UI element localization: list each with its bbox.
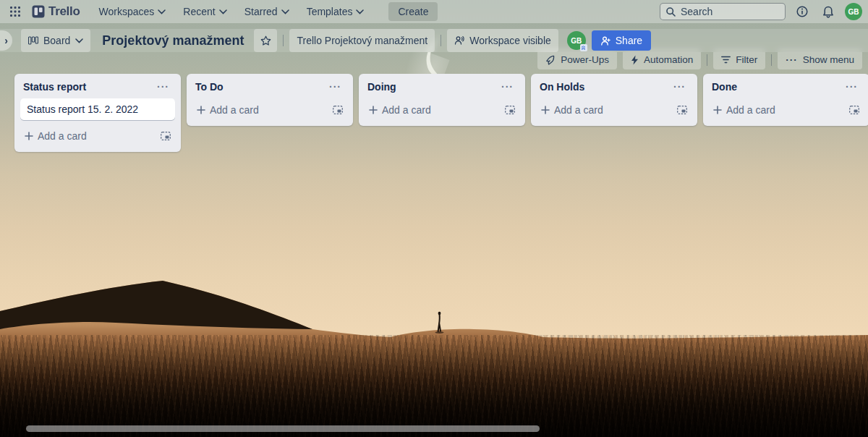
share-label: Share [616,35,642,46]
filter-button[interactable]: Filter [713,50,765,69]
add-card-label: Add a card [554,104,603,116]
template-icon [161,132,171,140]
board-view-label: Board [43,35,70,46]
chevron-down-icon [219,9,227,14]
list-doing: Doing ··· Add a card [359,74,525,126]
member-initials: GB [571,37,582,45]
member-admin-badge-icon [580,44,587,51]
search-box[interactable] [660,3,786,20]
divider [771,54,772,66]
add-card-button[interactable]: Add a card [365,100,501,120]
search-icon [666,7,676,17]
power-ups-button[interactable]: Power-Ups [537,50,617,69]
list-menu-button[interactable]: ··· [154,83,172,90]
visibility-button[interactable]: Workspace visible [447,29,558,52]
topbar-right-group: GB [660,2,862,21]
nav-templates[interactable]: Templates [301,2,370,21]
horizontal-scrollbar-thumb[interactable] [26,425,540,432]
brand-name: Trello [48,4,80,19]
list-menu-button[interactable]: ··· [326,83,344,90]
list-on-holds: On Holds ··· Add a card [531,74,697,126]
nav-templates-label: Templates [307,6,353,17]
card-status-report[interactable]: Status report 15. 2. 2022 [20,98,175,120]
trello-logo[interactable]: Trello [32,4,80,19]
add-card-button[interactable]: Add a card [20,126,156,146]
list-done: Done ··· Add a card [703,74,868,126]
list-status-report: Status report ··· Status report 15. 2. 2… [14,74,181,152]
sidebar-expand-button[interactable]: › [0,30,12,51]
chevron-down-icon [158,9,166,14]
list-title: Doing [367,81,396,93]
chevron-down-icon [356,9,364,14]
add-card-label: Add a card [210,104,259,116]
plus-icon [713,106,722,114]
create-from-template-button[interactable] [501,101,519,119]
list-title: To Do [195,81,224,93]
workspace-name-button[interactable]: Trello Projektový manažment [289,29,435,52]
list-menu-button[interactable]: ··· [843,83,861,90]
app-grid-icon [10,7,20,17]
board-view-icon [28,36,38,45]
search-input[interactable] [681,6,767,17]
template-icon [677,106,687,114]
info-icon [796,6,808,17]
board-member-avatar[interactable]: GB [567,31,586,50]
board-title[interactable]: Projektový manažment [102,33,244,48]
list-title: Done [712,81,737,93]
chevron-down-icon [281,9,289,14]
add-card-button[interactable]: Add a card [192,100,328,120]
create-from-template-button[interactable] [328,101,347,119]
filter-label: Filter [736,54,757,65]
star-board-button[interactable] [254,29,277,52]
automation-label: Automation [644,54,693,65]
top-navigation-bar: Trello Workspaces Recent Starred Templat… [0,0,868,23]
app-switcher-button[interactable] [6,2,25,21]
workspace-members-icon [454,35,464,46]
add-card-label: Add a card [38,130,87,142]
add-card-label: Add a card [382,104,431,116]
create-from-template-button[interactable] [845,101,864,119]
divider [707,54,707,66]
ellipsis-icon: ··· [786,54,798,65]
nav-workspaces[interactable]: Workspaces [93,2,172,21]
divider [441,35,441,46]
rocket-icon [545,55,556,65]
bell-icon [822,6,834,18]
plus-icon [369,106,378,114]
board-action-row: Power-Ups Automation Filter ··· Show men… [537,50,862,69]
divider [283,35,284,46]
star-icon [260,35,271,46]
create-from-template-button[interactable] [156,127,175,145]
list-title: On Holds [540,81,584,93]
nav-starred[interactable]: Starred [239,2,295,21]
nav-workspaces-label: Workspaces [99,6,155,17]
create-button[interactable]: Create [388,2,438,21]
share-button[interactable]: Share [592,30,651,51]
list-menu-button[interactable]: ··· [671,83,689,90]
dune-shadow-overlay [0,335,868,437]
template-icon [849,106,859,114]
nav-recent-label: Recent [183,6,215,17]
show-menu-label: Show menu [803,54,854,65]
chevron-down-icon [75,38,83,43]
create-from-template-button[interactable] [673,101,692,119]
trello-logo-icon [32,5,45,18]
chevron-right-icon: › [4,35,8,46]
info-button[interactable] [793,2,812,21]
show-menu-button[interactable]: ··· Show menu [778,50,862,69]
add-card-button[interactable]: Add a card [537,100,673,120]
user-avatar[interactable]: GB [845,3,862,20]
add-card-button[interactable]: Add a card [709,100,845,120]
board-view-switcher[interactable]: Board [21,29,90,52]
notifications-button[interactable] [819,2,838,21]
board-lists: Status report ··· Status report 15. 2. 2… [14,74,868,152]
nav-recent[interactable]: Recent [177,2,232,21]
automation-button[interactable]: Automation [623,50,701,69]
list-menu-button[interactable]: ··· [498,83,516,90]
person-silhouette [435,311,445,334]
template-icon [333,106,343,114]
power-ups-label: Power-Ups [561,54,609,65]
template-icon [505,106,515,114]
nav-starred-label: Starred [244,6,278,17]
add-card-label: Add a card [726,104,775,116]
